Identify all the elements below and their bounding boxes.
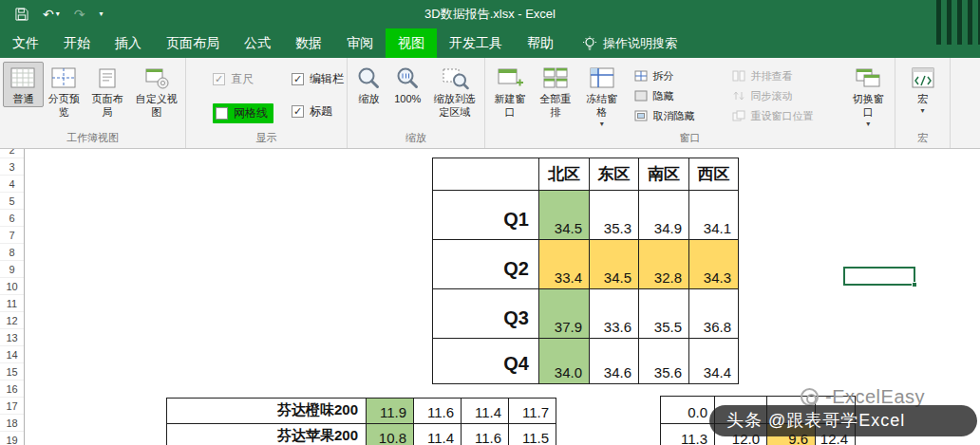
normal-view-button[interactable]: 普通 (3, 62, 44, 107)
freeze-panes-button[interactable]: 冻结窗格 ▾ (579, 62, 625, 129)
page-layout-view-button[interactable]: 页面布局 (85, 62, 131, 121)
row-label-cell[interactable]: 芬达苹果200 (167, 424, 367, 445)
row-label-cell[interactable]: Q4 (433, 339, 539, 384)
zoom-100-button[interactable]: 100% (389, 62, 426, 107)
value-cell[interactable]: 34.5 (539, 191, 590, 240)
tab-view[interactable]: 视图 (386, 28, 437, 58)
switch-windows-button[interactable]: 切换窗口 ▾ (844, 62, 892, 129)
row-header[interactable]: 9 (0, 261, 24, 278)
fill-handle[interactable] (912, 282, 917, 287)
value-cell[interactable]: 11.4 (414, 424, 462, 445)
value-cell[interactable]: 34.3 (689, 240, 739, 289)
value-cell[interactable]: 34.0 (539, 339, 590, 384)
row-header[interactable]: 6 (0, 210, 24, 227)
value-cell[interactable]: 0.0 (661, 397, 715, 424)
col-header-cell[interactable]: 南区 (639, 158, 689, 191)
row-header[interactable]: 7 (0, 227, 24, 244)
tab-developer[interactable]: 开发工具 (437, 28, 515, 58)
zoom-button[interactable]: 缩放 (350, 62, 387, 107)
arrange-all-icon (541, 65, 570, 90)
row-header[interactable]: 11 (0, 295, 24, 312)
row-header[interactable]: 13 (0, 329, 24, 346)
value-cell[interactable]: 32.8 (639, 240, 689, 289)
value-cell[interactable]: 11.6 (414, 399, 462, 424)
value-cell[interactable]: 11.6 (462, 424, 509, 445)
row-label-cell[interactable]: 芬达橙味200 (167, 399, 367, 424)
hide-button[interactable]: 隐藏 (630, 87, 699, 104)
value-cell[interactable]: 10.8 (367, 424, 414, 445)
headings-checkbox[interactable]: 标题 (292, 103, 347, 120)
reset-window-position-button[interactable]: 重设窗口位置 (727, 107, 818, 124)
value-cell[interactable]: 11.5 (509, 424, 556, 445)
value-cell[interactable]: 35.5 (639, 289, 689, 339)
value-cell[interactable]: 36.8 (689, 289, 739, 339)
custom-views-button[interactable]: 自定义视图 (130, 62, 182, 121)
show-group: 直尺 网格线 编辑栏 标题 显示 (186, 58, 348, 148)
worksheet-area[interactable]: 2 3 4 5 6 7 8 9 10 11 12 13 14 15 16 17 … (0, 149, 980, 445)
value-cell[interactable]: 34.4 (689, 339, 739, 384)
tab-insert[interactable]: 插入 (103, 28, 154, 58)
zoom-to-selection-button[interactable]: 缩放到选定区域 (428, 62, 481, 121)
row-header[interactable]: 4 (0, 176, 24, 193)
selected-cell[interactable] (843, 267, 915, 286)
value-cell[interactable]: 33.6 (590, 289, 639, 339)
value-cell[interactable]: 33.4 (539, 240, 590, 289)
value-cell[interactable]: 34.9 (639, 191, 689, 240)
col-header-cell[interactable]: 西区 (689, 158, 739, 191)
row-header[interactable]: 19 (0, 432, 24, 445)
gridlines-checkbox[interactable]: 网格线 (213, 103, 276, 123)
value-cell[interactable]: 34.5 (590, 240, 639, 289)
cell[interactable] (433, 158, 539, 191)
col-header-cell[interactable]: 东区 (590, 158, 639, 191)
redo-button[interactable]: ↷ (74, 8, 85, 21)
page-break-preview-button[interactable]: 分页预览 (44, 62, 85, 121)
value-cell[interactable]: 35.6 (639, 339, 689, 384)
tell-me-search[interactable]: 操作说明搜索 (583, 28, 677, 58)
row-header[interactable]: 18 (0, 415, 24, 432)
tab-data[interactable]: 数据 (283, 28, 334, 58)
undo-button[interactable]: ↶▾ (43, 8, 60, 21)
formula-bar-label: 编辑栏 (310, 71, 344, 87)
row-label-cell[interactable]: Q3 (433, 289, 539, 339)
row-header[interactable]: 15 (0, 363, 24, 380)
value-cell[interactable]: 11.3 (661, 424, 715, 445)
row-header[interactable]: 3 (0, 158, 24, 176)
row-header[interactable]: 12 (0, 312, 24, 329)
split-button[interactable]: 拆分 (630, 67, 699, 84)
view-side-by-side-button[interactable]: 并排查看 (727, 67, 818, 84)
row-header[interactable]: 5 (0, 193, 24, 210)
row-header[interactable]: 10 (0, 278, 24, 295)
ruler-checkbox[interactable]: 直尺 (213, 71, 276, 87)
row-header[interactable]: 2 (0, 149, 24, 158)
tab-formulas[interactable]: 公式 (232, 28, 283, 58)
tab-page-layout[interactable]: 页面布局 (154, 28, 232, 58)
tab-home[interactable]: 开始 (51, 28, 103, 58)
tab-file[interactable]: 文件 (0, 28, 51, 58)
value-cell[interactable]: 11.9 (367, 399, 414, 424)
synchronous-scrolling-button[interactable]: 同步滚动 (727, 87, 818, 104)
value-cell[interactable]: 34.1 (689, 191, 739, 240)
tab-help[interactable]: 帮助 (515, 28, 566, 58)
row-header[interactable]: 14 (0, 346, 24, 363)
row-label-cell[interactable]: Q2 (433, 240, 539, 289)
macros-icon (909, 65, 937, 90)
value-cell[interactable]: 34.6 (590, 339, 639, 384)
value-cell[interactable]: 35.3 (590, 191, 639, 240)
value-cell[interactable]: 11.7 (509, 399, 556, 424)
customize-quick-access-button[interactable]: ▾ (99, 10, 103, 18)
col-header-cell[interactable]: 北区 (539, 158, 590, 191)
value-cell[interactable]: 37.9 (539, 289, 590, 339)
row-header[interactable]: 16 (0, 380, 24, 398)
row-header[interactable]: 8 (0, 244, 24, 261)
formula-bar-checkbox[interactable]: 编辑栏 (292, 71, 347, 87)
macros-button[interactable]: 宏 ▾ (902, 62, 944, 116)
save-button[interactable] (15, 8, 28, 21)
show-group-label: 显示 (186, 131, 347, 148)
tab-review[interactable]: 审阅 (334, 28, 386, 58)
unhide-button[interactable]: 取消隐藏 (630, 107, 699, 124)
row-header[interactable]: 17 (0, 398, 24, 415)
value-cell[interactable]: 11.4 (462, 399, 509, 424)
arrange-all-button[interactable]: 全部重排 (534, 62, 577, 121)
new-window-button[interactable]: 新建窗口 (488, 62, 532, 121)
row-label-cell[interactable]: Q1 (433, 191, 539, 240)
